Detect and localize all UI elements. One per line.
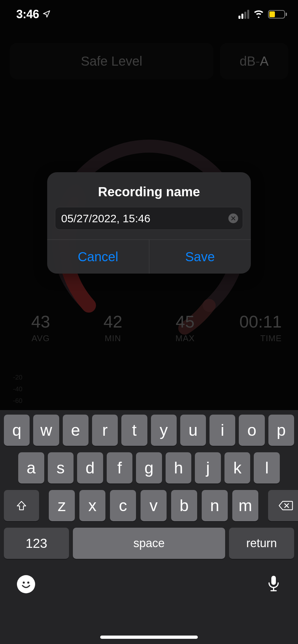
key-h[interactable]: h xyxy=(166,452,192,483)
key-r[interactable]: r xyxy=(92,415,118,446)
key-v[interactable]: v xyxy=(141,490,167,521)
key-l[interactable]: l xyxy=(254,452,280,483)
key-w[interactable]: w xyxy=(33,415,59,446)
key-y[interactable]: y xyxy=(151,415,177,446)
recording-name-input[interactable] xyxy=(61,212,225,225)
key-t[interactable]: t xyxy=(121,415,147,446)
key-f[interactable]: f xyxy=(107,452,133,483)
key-k[interactable]: k xyxy=(224,452,251,483)
home-indicator[interactable] xyxy=(100,636,198,639)
key-backspace[interactable] xyxy=(268,490,298,521)
key-d[interactable]: d xyxy=(77,452,103,483)
key-m[interactable]: m xyxy=(232,490,258,521)
key-a[interactable]: a xyxy=(18,452,44,483)
key-return[interactable]: return xyxy=(229,528,294,559)
key-c[interactable]: c xyxy=(110,490,136,521)
key-q[interactable]: q xyxy=(4,415,30,446)
key-e[interactable]: e xyxy=(63,415,88,446)
location-icon xyxy=(42,7,51,21)
svg-point-0 xyxy=(19,577,33,591)
key-space[interactable]: space xyxy=(73,528,225,559)
key-shift[interactable] xyxy=(4,490,39,521)
status-time: 3:46 xyxy=(16,7,39,21)
cellular-icon xyxy=(238,10,249,19)
key-j[interactable]: j xyxy=(195,452,221,483)
svg-rect-3 xyxy=(271,576,276,585)
key-i[interactable]: i xyxy=(210,415,235,446)
key-g[interactable]: g xyxy=(136,452,162,483)
battery-icon xyxy=(268,10,287,19)
recording-name-alert: Recording name Cancel Save xyxy=(47,172,251,274)
alert-title: Recording name xyxy=(47,172,251,207)
app-root: Safe Level dB-A 43 AVG 42 MIN 45 MAX 00:… xyxy=(0,0,298,644)
key-u[interactable]: u xyxy=(180,415,206,446)
key-numbers[interactable]: 123 xyxy=(4,528,69,559)
clear-input-button[interactable] xyxy=(228,213,238,223)
key-p[interactable]: p xyxy=(268,415,294,446)
dictation-icon[interactable] xyxy=(266,574,281,594)
status-bar: 3:46 xyxy=(0,0,298,29)
svg-point-2 xyxy=(27,582,29,584)
key-n[interactable]: n xyxy=(202,490,228,521)
key-x[interactable]: x xyxy=(79,490,105,521)
key-o[interactable]: o xyxy=(239,415,264,446)
emoji-icon[interactable] xyxy=(17,575,35,593)
cancel-button[interactable]: Cancel xyxy=(47,240,149,274)
save-button[interactable]: Save xyxy=(149,240,251,274)
wifi-icon xyxy=(253,9,264,19)
svg-point-1 xyxy=(23,582,25,584)
key-s[interactable]: s xyxy=(48,452,74,483)
keyboard: q w e r t y u i o p a s d f g h j k l xyxy=(0,410,298,644)
alert-input-shell xyxy=(55,207,243,230)
key-z[interactable]: z xyxy=(49,490,75,521)
key-b[interactable]: b xyxy=(171,490,197,521)
